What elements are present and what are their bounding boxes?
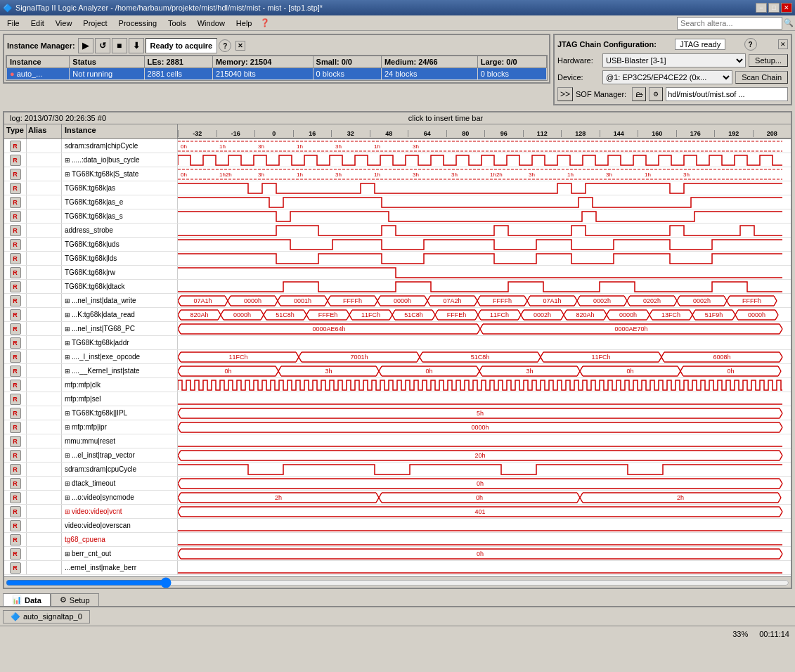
- signal-wave-cell[interactable]: 07A1h0000h0001hFFFFh0000h07A2hFFFFh07A1h…: [178, 294, 791, 307]
- signal-wave-cell[interactable]: [178, 181, 791, 195]
- expand-icon[interactable]: ⊞: [65, 410, 70, 417]
- instance-row[interactable]: ● auto_... Not running 2881 cells 215040…: [7, 68, 547, 80]
- expand-icon[interactable]: ⊞: [65, 508, 70, 515]
- expand-icon[interactable]: ⊞: [65, 340, 70, 347]
- signal-row[interactable]: R...ernel_inst|make_berr: [4, 561, 791, 575]
- signal-wave-cell[interactable]: 0000AE64h0000AE70h: [178, 322, 791, 335]
- signal-row[interactable]: RTG68K:tg68k|rw: [4, 266, 791, 280]
- menu-help[interactable]: Help: [231, 18, 258, 29]
- menu-project[interactable]: Project: [77, 18, 112, 29]
- signal-wave-cell[interactable]: 0000h: [178, 420, 791, 434]
- maximize-button[interactable]: □: [768, 3, 780, 13]
- instance-pause-button[interactable]: ■: [112, 38, 127, 53]
- signal-wave-cell[interactable]: 0h1h3h1h3h1h3h: [178, 139, 791, 153]
- signal-wave-cell[interactable]: [178, 266, 791, 279]
- signal-row[interactable]: RTG68K:tg68k|uds: [4, 238, 791, 252]
- instance-close-button[interactable]: ✕: [235, 41, 245, 51]
- signal-wave-cell[interactable]: 11FCh7001h51C8h11FCh6008h: [178, 350, 791, 363]
- expand-icon[interactable]: ⊞: [65, 452, 70, 459]
- sof-arrow-btn[interactable]: >>: [557, 87, 573, 101]
- menu-tools[interactable]: Tools: [162, 18, 192, 29]
- jtag-help-button[interactable]: ?: [744, 38, 757, 51]
- signal-wave-cell[interactable]: 0h1h2h3h1h3h1h3h3h1h2h3h1h3h1h3h: [178, 167, 791, 181]
- signal-wave-cell[interactable]: 2h0h2h: [178, 491, 791, 504]
- signal-wave-cell[interactable]: [178, 252, 791, 265]
- signal-wave-cell[interactable]: [178, 238, 791, 251]
- menu-edit[interactable]: Edit: [25, 18, 50, 29]
- signal-row[interactable]: R⊞...K:tg68k|data_read820Ah0000h51C8hFFF…: [4, 308, 791, 322]
- signal-wave-cell[interactable]: [178, 224, 791, 237]
- expand-icon[interactable]: ⊞: [65, 311, 70, 318]
- menu-processing[interactable]: Processing: [113, 18, 162, 29]
- signal-row[interactable]: R⊞TG68K:tg68k|S_state0h1h2h3h1h3h1h3h3h1…: [4, 167, 791, 181]
- signal-row[interactable]: RTG68K:tg68k|lds: [4, 252, 791, 266]
- signal-row[interactable]: RTG68K:tg68k|as: [4, 181, 791, 195]
- signal-row[interactable]: R⊞ mfp:mfp|ipr0000h: [4, 420, 791, 434]
- minimize-button[interactable]: −: [756, 3, 767, 13]
- signal-wave-cell[interactable]: 5h: [178, 406, 791, 420]
- signal-row[interactable]: R⊞ TG68K:tg68k||IPL5h: [4, 406, 791, 420]
- signal-row[interactable]: R⊞...._l_inst|exe_opcode11FCh7001h51C8h1…: [4, 350, 791, 364]
- signal-wave-cell[interactable]: [178, 519, 791, 532]
- signal-wave-cell[interactable]: [178, 378, 791, 392]
- signal-row[interactable]: R⊞...o:video|syncmode2h0h2h: [4, 491, 791, 505]
- expand-icon[interactable]: ⊞: [65, 325, 70, 332]
- instance-help-button[interactable]: ?: [219, 39, 231, 52]
- signal-wave-cell[interactable]: 0h3h0h3h0h0h: [178, 364, 791, 377]
- device-select[interactable]: @1: EP3C25/EP4CE22 (0x...: [602, 70, 732, 84]
- sof-path-input[interactable]: [666, 87, 788, 101]
- signal-row[interactable]: Rtg68_cpuena: [4, 533, 791, 547]
- signal-row[interactable]: R⊞.....:data_io|bus_cycle: [4, 153, 791, 167]
- expand-icon[interactable]: ⊞: [65, 550, 70, 557]
- signal-wave-cell[interactable]: [178, 392, 791, 406]
- signal-row[interactable]: RTG68K:tg68k|dtack: [4, 280, 791, 294]
- instance-read-button[interactable]: ⬇: [129, 38, 144, 53]
- instance-tab-0[interactable]: 🔷 auto_signaltap_0: [3, 610, 90, 623]
- jtag-close-button[interactable]: ✕: [778, 39, 788, 49]
- signal-row[interactable]: R⊞ berr_cnt_out0h: [4, 547, 791, 561]
- sof-open-icon[interactable]: 🗁: [632, 87, 646, 101]
- signal-row[interactable]: R⊞ video:video|vcnt401: [4, 505, 791, 519]
- signal-row[interactable]: Rsdram:sdram|cpuCycle: [4, 463, 791, 477]
- expand-icon[interactable]: ⊞: [65, 157, 70, 164]
- instance-run-button[interactable]: ▶: [78, 38, 93, 53]
- signal-row[interactable]: RTG68K:tg68k|as_e: [4, 195, 791, 209]
- hscroll-slider[interactable]: [6, 577, 789, 588]
- signal-wave-cell[interactable]: [178, 153, 791, 167]
- signal-wave-cell[interactable]: 0h: [178, 547, 791, 560]
- signal-wave-cell[interactable]: [178, 434, 791, 448]
- signal-row[interactable]: R⊞....__Kernel_inst|state0h3h0h3h0h0h: [4, 364, 791, 378]
- hscroll[interactable]: [4, 576, 791, 588]
- signal-row[interactable]: R⊞TG68K:tg68k|addr: [4, 336, 791, 350]
- scan-chain-button[interactable]: Scan Chain: [735, 71, 788, 84]
- signal-wave-cell[interactable]: 401: [178, 505, 791, 518]
- tab-data[interactable]: 📊 Data: [3, 593, 51, 606]
- signal-wave-cell[interactable]: [178, 463, 791, 476]
- click-hint[interactable]: click to insert time bar: [408, 114, 483, 122]
- expand-icon[interactable]: ⊞: [65, 368, 70, 375]
- expand-icon[interactable]: ⊞: [65, 171, 70, 178]
- signal-row[interactable]: R⊞...el_inst|trap_vector20h: [4, 448, 791, 463]
- menu-window[interactable]: Window: [192, 18, 231, 29]
- sof-gear-icon[interactable]: ⚙: [649, 87, 663, 101]
- waveform-body[interactable]: Rsdram:sdram|chipCycle0h1h3h1h3h1h3hR⊞..…: [4, 139, 791, 576]
- signal-wave-cell[interactable]: 820Ah0000h51C8hFFFEh11FCh51C8hFFFEh11FCh…: [178, 308, 791, 321]
- signal-wave-cell[interactable]: 20h: [178, 448, 791, 462]
- menu-view[interactable]: View: [50, 18, 78, 29]
- signal-wave-cell[interactable]: [178, 195, 791, 209]
- instance-stop-button[interactable]: ↺: [95, 38, 110, 53]
- signal-wave-cell[interactable]: [178, 209, 791, 223]
- signal-row[interactable]: Raddress_strobe: [4, 224, 791, 238]
- signal-row[interactable]: RTG68K:tg68k|as_s: [4, 209, 791, 224]
- expand-icon[interactable]: ⊞: [65, 480, 70, 487]
- signal-row[interactable]: R⊞ dtack_timeout0h: [4, 477, 791, 491]
- signal-wave-cell[interactable]: 0h: [178, 477, 791, 490]
- signal-wave-cell[interactable]: [178, 561, 791, 574]
- close-button[interactable]: ✕: [781, 3, 792, 13]
- signal-wave-cell[interactable]: [178, 280, 791, 293]
- signal-row[interactable]: Rmfp:mfp|clk: [4, 378, 791, 392]
- expand-icon[interactable]: ⊞: [65, 424, 70, 431]
- setup-button[interactable]: Setup...: [749, 54, 788, 67]
- signal-row[interactable]: Rmmu:mmu|reset: [4, 434, 791, 448]
- signal-row[interactable]: Rsdram:sdram|chipCycle0h1h3h1h3h1h3h: [4, 139, 791, 153]
